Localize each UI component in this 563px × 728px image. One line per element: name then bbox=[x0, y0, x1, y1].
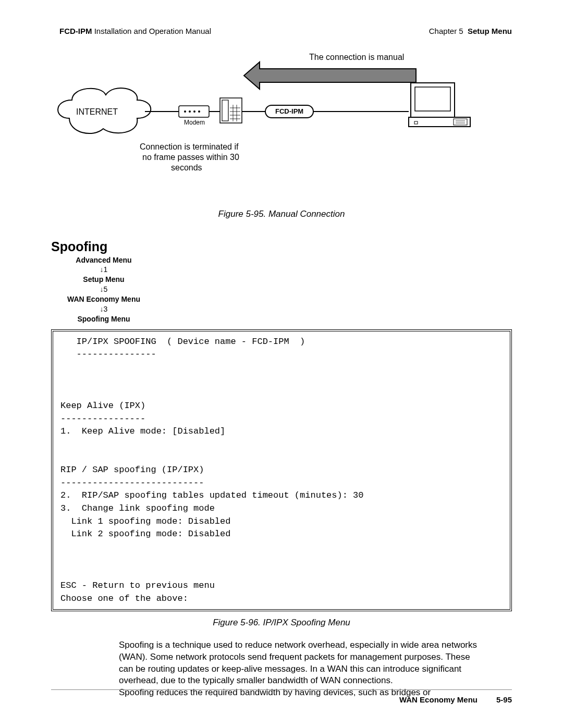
svg-rect-18 bbox=[454, 119, 467, 125]
arrow-left-icon bbox=[244, 62, 416, 89]
diagram-manual-connection: The connection is manual INTERNET Modem bbox=[51, 51, 512, 193]
diagram-note-line2: no frame passes within 30 bbox=[142, 153, 239, 162]
menu-path-arrow: ↓5 bbox=[65, 285, 143, 294]
menu-path-arrow: ↓3 bbox=[65, 304, 143, 314]
svg-rect-21 bbox=[414, 121, 418, 124]
footer-page-number: 5-95 bbox=[496, 695, 512, 704]
internet-label: INTERNET bbox=[76, 107, 118, 116]
svg-point-4 bbox=[193, 110, 195, 113]
phone-icon bbox=[220, 98, 242, 123]
header-manual: Installation and Operation Manual bbox=[94, 27, 211, 35]
header-right: Chapter 5 Setup Menu bbox=[429, 27, 512, 36]
svg-point-5 bbox=[198, 110, 200, 113]
header-product: FCD-IPM bbox=[59, 27, 92, 35]
pc-icon bbox=[409, 83, 470, 127]
menu-path-step: Spoofing Menu bbox=[65, 314, 143, 324]
network-diagram-svg: The connection is manual INTERNET Modem bbox=[51, 51, 505, 191]
diagram-note-line1: Connection is terminated if bbox=[140, 142, 239, 151]
body-paragraph: Spoofing is a technique used to reduce n… bbox=[119, 639, 484, 687]
menu-path: Advanced Menu ↓1 Setup Menu ↓5 WAN Econo… bbox=[65, 255, 512, 324]
header-chapter: Chapter 5 bbox=[429, 27, 463, 35]
figure-96-caption: Figure 5-96. IP/IPX Spoofing Menu bbox=[51, 618, 512, 628]
footer-section: WAN Economy Menu bbox=[399, 695, 478, 704]
figure-95-caption: Figure 5-95. Manual Connection bbox=[51, 209, 512, 219]
svg-point-2 bbox=[184, 110, 186, 113]
header-chapter-title: Setup Menu bbox=[468, 27, 512, 35]
section-heading-spoofing: Spoofing bbox=[51, 239, 512, 254]
internet-cloud-icon: INTERNET bbox=[58, 88, 151, 133]
menu-path-arrow: ↓1 bbox=[65, 265, 143, 275]
page-header: FCD-IPM Installation and Operation Manua… bbox=[51, 27, 512, 38]
menu-path-step: Advanced Menu bbox=[65, 255, 143, 265]
svg-point-3 bbox=[189, 110, 191, 113]
svg-rect-16 bbox=[415, 87, 450, 111]
terminal-output: IP/IPX SPOOFING ( Device name - FCD-IPM … bbox=[51, 329, 512, 611]
page-footer: WAN Economy Menu 5-95 bbox=[51, 689, 512, 704]
diagram-top-label: The connection is manual bbox=[309, 53, 404, 61]
device-box: FCD-IPM bbox=[265, 105, 313, 118]
menu-path-step: Setup Menu bbox=[65, 275, 143, 285]
modem-icon: Modem bbox=[179, 106, 209, 126]
diagram-note-line3: seconds bbox=[171, 163, 202, 172]
svg-rect-7 bbox=[222, 100, 228, 121]
header-left: FCD-IPM Installation and Operation Manua… bbox=[59, 27, 211, 36]
menu-path-step: WAN Economy Menu bbox=[65, 294, 143, 304]
svg-marker-0 bbox=[244, 62, 416, 89]
modem-label: Modem bbox=[184, 119, 205, 126]
device-label: FCD-IPM bbox=[275, 107, 303, 115]
